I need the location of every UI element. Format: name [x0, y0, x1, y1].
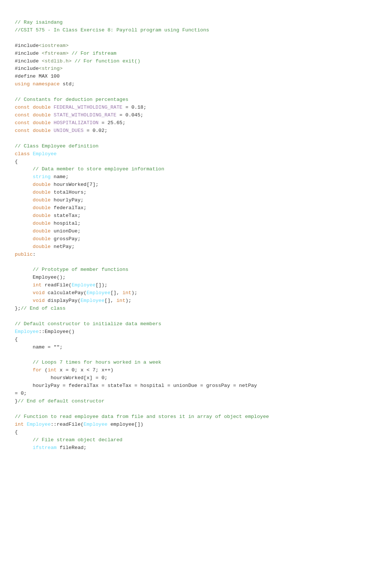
comment-loops-7: // Loops 7 times for hours worked in a w…: [15, 360, 161, 365]
member-stateTax: double stateTax;: [15, 213, 80, 218]
const-hospital: const double HOSPITALIZATION = 25.65;: [15, 120, 125, 126]
proto-calculatePay: void calculatePay(Employee[], int);: [15, 290, 137, 296]
define-max: #define MAX 100: [15, 74, 60, 79]
comment-class-def: // Class Employee definition: [15, 143, 99, 149]
class-declaration: class Employee: [15, 151, 56, 157]
const-federal: const double FEDERAL_WITHOLDING_RATE = 0…: [15, 105, 147, 110]
member-hospital: double hospital;: [15, 221, 80, 226]
ctor-open-brace: {: [15, 337, 18, 342]
member-hoursWorked: double hoursWorked[7];: [15, 182, 99, 187]
ctor-signature: Employee::Employee(): [15, 329, 75, 334]
comment-default-ctor: // Default constructor to initialize dat…: [15, 321, 161, 327]
member-netPay: double netPay;: [15, 244, 75, 249]
pay-init: hourlyPay = federalTax = stateTax = hosp…: [15, 383, 257, 388]
pay-init-cont: = 0;: [15, 391, 27, 396]
member-name: string name;: [15, 174, 69, 180]
member-grossPay: double grossPay;: [15, 236, 80, 242]
comment-readFile: // Function to read employee data from f…: [15, 414, 269, 419]
comment-prototype: // Prototype of member functions: [15, 267, 128, 272]
proto-constructor: Employee();: [15, 275, 66, 280]
class-end: };// End of class: [15, 306, 66, 311]
include-stdlib: #include <stdlib.h> // For function exit…: [15, 58, 140, 64]
ifstream-decl: ifstream fileRead;: [15, 445, 86, 450]
proto-displayPay: void displayPay(Employee[], int);: [15, 298, 131, 303]
comment-data-member: // Data member to store employee informa…: [15, 166, 164, 172]
proto-readFile: int readFile(Employee[]);: [15, 282, 107, 288]
readFile-signature: int Employee::readFile(Employee employee…: [15, 422, 143, 427]
member-federalTax: double federalTax;: [15, 205, 86, 211]
code-editor: // Ray isaindang //CSIT 575 - In Class E…: [15, 11, 377, 452]
ctor-name-init: name = "";: [15, 344, 63, 350]
include-string: #include<string>: [15, 66, 63, 71]
comment-line-2: //CSIT 575 - In Class Exercise 8: Payrol…: [15, 27, 209, 33]
const-union: const double UNION_DUES = 0.02;: [15, 128, 107, 133]
ctor-end: }// End of default constructor: [15, 398, 104, 404]
readFile-open: {: [15, 429, 18, 435]
comment-file-stream: // File stream object declared: [15, 437, 123, 443]
public-label: public:: [15, 252, 36, 257]
for-body: hoursWorked[x] = 0;: [15, 375, 107, 381]
using-namespace: using namespace std;: [15, 81, 75, 87]
comment-constants: // Constants for deduction percentages: [15, 97, 128, 102]
comment-line-1: // Ray isaindang: [15, 20, 63, 25]
member-totalHours: double totalHours;: [15, 190, 86, 195]
include-iostream: #include<iostream>: [15, 43, 69, 48]
member-unionDue: double unionDue;: [15, 228, 80, 234]
const-state: const double STATE_WITHOLDING_RATE = 0.0…: [15, 112, 143, 118]
member-hourlyPay: double hourlyPay;: [15, 197, 83, 203]
include-fstream: #include <fstream> // For ifstream: [15, 51, 116, 56]
for-loop: for (int x = 0; x < 7; x++): [15, 367, 113, 373]
class-open-brace: {: [15, 159, 18, 164]
